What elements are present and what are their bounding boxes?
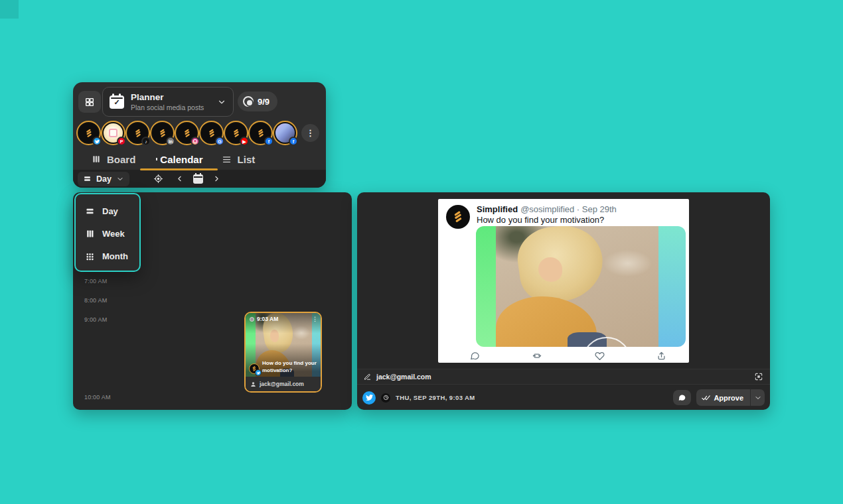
tweet-photo — [496, 226, 658, 347]
post-status-bar: THU, SEP 29TH, 9:03 AM Approve — [357, 385, 770, 410]
tab-list[interactable]: List — [212, 154, 265, 165]
reply-icon[interactable] — [469, 349, 481, 362]
share-icon[interactable] — [655, 349, 668, 362]
tweet-author: Simplified — [477, 204, 518, 214]
view-tabs: BoardCalendarList — [82, 150, 264, 168]
tab-label: List — [238, 154, 256, 165]
comments-button[interactable] — [673, 390, 691, 405]
accounts-count-label: 9/9 — [258, 97, 269, 107]
post-preview-panel: Simplified@sosimplified · Sep 29th How d… — [357, 192, 770, 410]
simplified-logo-avatar — [446, 205, 470, 229]
image-blue-bar — [658, 226, 686, 347]
view-mode-label: Day — [96, 174, 112, 184]
account-edit-row[interactable]: jack@gmail.com — [357, 369, 770, 385]
account-avatar-tiktok[interactable]: ♪ — [125, 121, 150, 145]
account-avatar-facebook[interactable]: f — [273, 121, 297, 145]
twitter-badge-icon — [92, 137, 102, 146]
account-avatar-linkedin[interactable]: in — [150, 121, 175, 145]
account-avatar-instagram[interactable] — [175, 121, 199, 145]
planner-subtitle: Plan social media posts — [131, 103, 217, 111]
expand-icon — [754, 372, 763, 381]
post-time-label: 9:03 AM — [257, 316, 278, 322]
retweet-icon[interactable] — [530, 349, 544, 362]
chevron-right-icon — [212, 174, 221, 183]
accounts-more-button[interactable]: ⋮ — [301, 124, 319, 142]
accounts-count-button[interactable]: 9/9 — [238, 92, 277, 111]
menu-item-month[interactable]: Month — [76, 245, 139, 267]
planner-selector[interactable]: Planner Plan social media posts — [102, 87, 234, 117]
account-avatar-pinterest[interactable]: P — [101, 121, 125, 145]
menu-item-label: Month — [102, 251, 128, 261]
today-locate-button[interactable] — [153, 174, 163, 184]
schedule-datetime-label: THU, SEP 29TH, 9:03 AM — [396, 394, 475, 401]
scheduled-post-card[interactable]: 9:03 AM ⋮ How do you find your motivatio… — [244, 312, 322, 393]
post-thumbnail: 9:03 AM ⋮ How do you find your motivatio… — [246, 313, 321, 377]
apps-grid-button[interactable] — [78, 91, 101, 113]
planner-calendar-check-icon — [110, 95, 124, 109]
tab-label: Board — [107, 154, 135, 165]
like-icon[interactable] — [593, 349, 606, 362]
instagram-badge-icon — [191, 137, 200, 146]
tweet-action-bar — [469, 349, 668, 362]
post-account-label: jack@gmail.com — [260, 381, 304, 387]
google-badge-icon: G — [215, 137, 224, 146]
week-columns-icon — [85, 229, 95, 239]
twitter-platform-icon — [362, 391, 376, 405]
date-picker-button[interactable] — [193, 174, 203, 184]
day-rows-icon — [83, 174, 92, 183]
approve-label: Approve — [714, 394, 743, 402]
account-avatar-twitter[interactable] — [76, 121, 101, 145]
linkedin-badge-icon: in — [166, 137, 175, 146]
view-mode-menu: DayWeekMonth — [74, 193, 141, 272]
menu-item-day[interactable]: Day — [76, 200, 139, 222]
schedule-clock-icon — [381, 393, 390, 403]
facebook-badge-icon: f — [289, 137, 298, 146]
tab-calendar[interactable]: Calendar — [145, 154, 212, 165]
menu-item-week[interactable]: Week — [76, 222, 139, 245]
chevron-down-icon — [754, 394, 762, 402]
time-label: 7:00 AM — [84, 278, 107, 284]
menu-item-label: Week — [102, 229, 125, 239]
pencil-icon — [364, 373, 371, 381]
account-avatar-google[interactable]: G — [199, 121, 224, 145]
tab-board[interactable]: Board — [82, 154, 145, 165]
expand-post-button[interactable] — [754, 372, 763, 381]
prev-day-button[interactable] — [175, 174, 184, 183]
account-avatar-facebook[interactable]: f — [248, 121, 273, 145]
comment-bubble-icon — [678, 393, 686, 402]
person-icon — [250, 381, 256, 387]
account-avatar-youtube[interactable]: ▶ — [224, 121, 248, 145]
post-menu-icon[interactable]: ⋮ — [312, 316, 318, 322]
view-mode-dropdown[interactable]: Day — [78, 172, 129, 186]
approve-button[interactable]: Approve — [696, 389, 750, 406]
time-label: 10:00 AM — [84, 394, 111, 401]
approve-split-button: Approve — [696, 389, 765, 406]
facebook-badge-icon: f — [264, 137, 273, 146]
planner-title: Planner — [131, 92, 217, 103]
calendar-icon — [193, 174, 203, 184]
tweet-meta: @sosimplified · Sep 29th — [520, 204, 617, 214]
time-label: 8:00 AM — [84, 297, 107, 304]
calendar-controls-bar: Day — [73, 170, 326, 188]
pending-clock-icon — [250, 317, 254, 322]
accounts-selected-icon — [243, 96, 254, 107]
youtube-badge-icon: ▶ — [240, 137, 249, 146]
twitter-badge-icon — [255, 369, 262, 376]
chevron-down-icon — [116, 175, 124, 183]
post-caption: How do you find your motivation? — [262, 360, 317, 374]
chevron-left-icon — [175, 174, 184, 183]
grid-icon — [84, 97, 95, 107]
background-corner-square — [0, 0, 19, 19]
tweet-text: How do you find your motivation? — [477, 215, 604, 225]
time-label: 9:00 AM — [84, 316, 107, 323]
post-account-avatar — [249, 363, 260, 374]
list-lines-icon — [222, 155, 232, 164]
next-day-button[interactable] — [212, 174, 221, 183]
image-green-bar — [476, 226, 496, 347]
editor-account-label: jack@gmail.com — [376, 373, 431, 381]
board-columns-icon — [92, 155, 101, 164]
menu-item-label: Day — [102, 206, 118, 216]
month-grid-icon — [85, 251, 95, 261]
approve-options-button[interactable] — [750, 389, 765, 406]
connected-accounts-row: P♪inG▶ff — [76, 121, 297, 145]
